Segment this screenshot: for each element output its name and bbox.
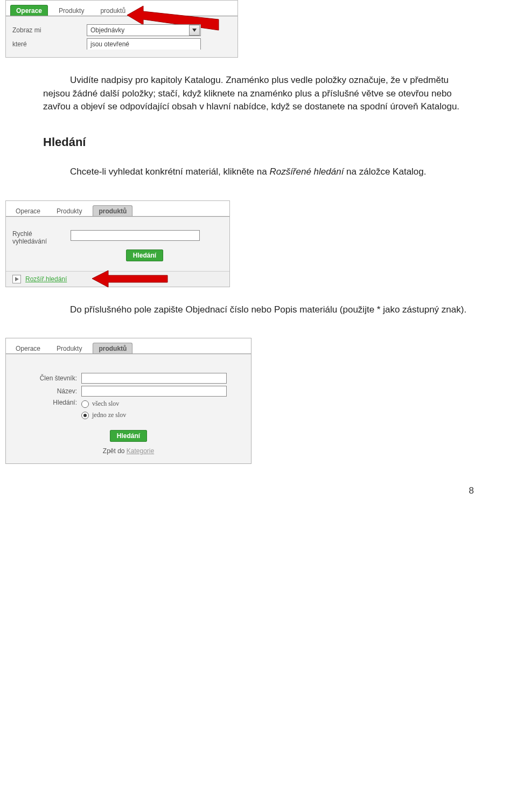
tab-operace[interactable]: Operace: [10, 206, 46, 216]
svg-marker-2: [15, 277, 19, 281]
red-arrow-icon: [92, 269, 173, 288]
screenshot-orders-filter: Operace Produkty produktů Zobraz mi Obje…: [5, 0, 238, 58]
tab-bar: Operace Produkty produktů: [6, 201, 229, 217]
tab-produktu[interactable]: produktů: [93, 343, 132, 353]
name-input[interactable]: [81, 386, 227, 397]
tab-operace[interactable]: Operace: [10, 5, 48, 16]
member-input[interactable]: [81, 373, 227, 384]
tab-produkty[interactable]: Produkty: [51, 206, 87, 216]
back-to-category: Zpět do Kategorie: [12, 444, 244, 458]
svg-marker-3: [92, 270, 167, 287]
heading-hledani: Hledání: [43, 135, 474, 149]
expand-icon[interactable]: [12, 275, 21, 283]
tab-produktu[interactable]: produktů: [95, 5, 131, 16]
dropdown-value: jsou otevřené: [87, 40, 200, 48]
tab-operace[interactable]: Operace: [10, 343, 46, 353]
label-hledani-mode: Hledání:: [12, 399, 81, 406]
svg-marker-1: [192, 29, 197, 32]
label-rychle-vyhledavani: Rychlé vyhledávání: [12, 230, 71, 245]
radio-all-words[interactable]: [81, 400, 89, 408]
page-number: 8: [0, 485, 474, 496]
chevron-down-icon[interactable]: [189, 25, 200, 36]
paragraph-hledani-intro: Chcete-li vyhledat konkrétní materiál, k…: [43, 165, 474, 179]
quick-search-input[interactable]: [71, 230, 200, 241]
label-zobraz-mi: Zobraz mi: [12, 26, 87, 34]
category-link[interactable]: Kategorie: [127, 447, 154, 455]
tab-bar: Operace Produkty produktů: [6, 1, 237, 16]
search-button[interactable]: Hledání: [110, 430, 147, 442]
dropdown-ktere[interactable]: jsou otevřené: [87, 38, 201, 50]
label-ktere: které: [12, 40, 87, 48]
tab-bar: Operace Produkty produktů: [6, 338, 251, 354]
radio-label-one-word: jedno ze slov: [92, 411, 126, 419]
paragraph-search-fields: Do příslušného pole zapište Objednací čí…: [43, 303, 474, 317]
advanced-search-row: Rozšíř.hledání: [6, 271, 229, 287]
dropdown-value: Objednávky: [87, 26, 188, 34]
paragraph-katalog-explanation: Uvidíte nadpisy pro kapitoly Katalogu. Z…: [43, 74, 474, 114]
tab-produkty[interactable]: Produkty: [53, 5, 89, 16]
tab-produktu[interactable]: produktů: [93, 205, 132, 216]
search-button[interactable]: Hledání: [126, 249, 163, 261]
advanced-search-link[interactable]: Rozšíř.hledání: [25, 275, 67, 283]
label-clen-stevnik: Člen števník:: [12, 374, 81, 382]
screenshot-quick-search: Operace Produkty produktů Rychlé vyhledá…: [5, 200, 230, 287]
quicksearch-form: Rychlé vyhledávání Hledání: [6, 217, 229, 271]
dropdown-zobraz-mi[interactable]: Objednávky: [87, 24, 201, 36]
advanced-search-form: Člen števník: Název: Hledání: všech slov…: [6, 354, 251, 463]
radio-one-word[interactable]: [81, 412, 89, 419]
tab-produkty[interactable]: Produkty: [51, 343, 87, 353]
radio-label-all-words: všech slov: [92, 400, 119, 408]
label-nazev: Název:: [12, 387, 81, 395]
screenshot-advanced-search: Operace Produkty produktů Člen števník: …: [5, 338, 251, 464]
